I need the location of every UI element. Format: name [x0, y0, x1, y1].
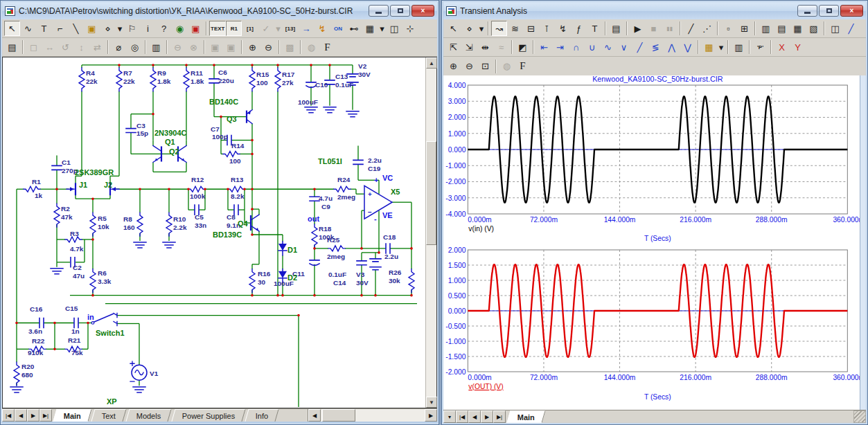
performance-tag-button[interactable]: 'P'	[752, 39, 768, 55]
tab-nav-prev-icon[interactable]: ◀	[468, 410, 481, 423]
run-button[interactable]: ▶	[630, 21, 646, 36]
go-to-wave-icon[interactable]: ∿	[600, 39, 616, 55]
tab-info[interactable]: Info	[245, 409, 280, 422]
scroll-down-icon[interactable]: ▼	[426, 397, 437, 408]
flag-mode-icon[interactable]: ⚐	[124, 21, 140, 36]
format-dropdown[interactable]: ▾	[717, 39, 725, 55]
measure-box-toggle[interactable]: ⊟	[523, 21, 539, 36]
tab-main[interactable]: Main	[53, 409, 91, 422]
condition-display-toggle[interactable]: ON	[330, 21, 346, 36]
tab-power-supplies[interactable]: Power Supplies	[171, 409, 246, 422]
zoom-out-button[interactable]: ⊖	[260, 39, 276, 55]
global-high-icon[interactable]: ⋀	[664, 39, 680, 55]
schematic-horizontal-scrollbar[interactable]: ◀▶	[308, 409, 437, 422]
scale-mode-toggle[interactable]: ↝	[491, 21, 507, 36]
scroll-right-icon[interactable]: ▶	[425, 409, 437, 422]
cursor-jump-left-icon[interactable]: ⇱	[445, 39, 461, 55]
no-float-icon[interactable]: ▣	[188, 21, 204, 36]
pattern-dots-sparse-toggle[interactable]: ▧	[806, 21, 822, 36]
component-picker-dropdown[interactable]: ▾	[116, 21, 124, 36]
pattern-dots-dense-toggle[interactable]: ▦	[790, 21, 806, 36]
restore-button[interactable]	[390, 5, 410, 17]
zoom-out-button[interactable]: ⊖	[461, 59, 477, 74]
graphics-dropdown[interactable]: ▾	[477, 21, 486, 36]
cursor-move-left-icon[interactable]: ⇤	[536, 39, 552, 55]
attribute-visibility-toggle[interactable]: R1	[226, 21, 242, 36]
tab-main[interactable]: Main	[506, 410, 545, 423]
power-display-toggle[interactable]: ↯	[314, 21, 330, 36]
help-mode-icon[interactable]: ?	[156, 21, 172, 36]
font-button[interactable]: F	[515, 59, 531, 74]
select-region-tool[interactable]: ▫	[720, 21, 736, 36]
ortho-wire-mode-icon[interactable]: ⌐	[52, 21, 68, 36]
graphics-picker-icon[interactable]: ⋄	[461, 21, 477, 36]
tab-nav-first-icon[interactable]: |◀	[2, 409, 15, 422]
polyline-tool[interactable]: ⋰	[699, 21, 715, 36]
scroll-up-icon[interactable]: ▲	[426, 57, 437, 69]
schematic-titlebar[interactable]: C:\MC9\DATA\Petrov\switching distortion\…	[2, 2, 437, 19]
line-mode-icon[interactable]: ╲	[68, 21, 84, 36]
line-tool[interactable]: ╱	[683, 21, 699, 36]
info-window-button[interactable]: ▥	[148, 39, 164, 55]
go-to-round-icon[interactable]: ≶	[648, 39, 664, 55]
cross-cursor-toggle[interactable]: ⊹	[402, 21, 418, 36]
tab-models[interactable]: Models	[126, 409, 172, 422]
scroll-left-icon[interactable]: ◀	[308, 409, 321, 422]
horizontal-scroll-track[interactable]	[321, 409, 425, 422]
web-doc-icon[interactable]: ◉	[172, 21, 188, 36]
zoom-region-button[interactable]: ⊡	[477, 59, 493, 74]
tab-nav-last-icon[interactable]: ▶|	[493, 410, 506, 423]
current-display-toggle[interactable]: →	[298, 21, 314, 36]
minimize-button[interactable]	[369, 5, 389, 17]
tab-nav-last-icon[interactable]: ▶|	[39, 409, 52, 422]
schematic-canvas[interactable]: +−R422kR722kR91.8kR111.8kC6220uR15100R17…	[2, 57, 437, 408]
schematic-vertical-scrollbar[interactable]: ▲ ▼	[425, 57, 436, 408]
select-tool[interactable]: ↖	[4, 21, 20, 36]
global-low-icon[interactable]: ⋁	[680, 39, 696, 55]
numeric-output-button[interactable]: ▥	[731, 39, 747, 55]
tag-formula-toggle[interactable]: ƒ	[571, 21, 587, 36]
node-voltages-toggle[interactable]: [13]	[282, 21, 298, 36]
go-to-inflection-icon[interactable]: ╱	[632, 39, 648, 55]
text-mode-icon[interactable]: T	[587, 21, 603, 36]
cursor-jump-right-icon[interactable]: ⇲	[461, 39, 477, 55]
cursor-mode-toggle[interactable]: ≋	[507, 21, 523, 36]
resize-grip[interactable]	[853, 410, 866, 423]
text-visibility-toggle[interactable]: TEXT	[209, 21, 226, 36]
node-numbers-toggle[interactable]: [1]	[242, 21, 258, 36]
grid-panel-tool[interactable]: ⊞	[736, 21, 752, 36]
cursor-move-right-icon[interactable]: ⇥	[552, 39, 568, 55]
axis-values-toggle[interactable]: ⊺	[539, 21, 555, 36]
grid-dropdown[interactable]: ▾	[378, 21, 386, 36]
close-button[interactable]: ×	[411, 5, 434, 17]
tab-nav-next-icon[interactable]: ▶	[27, 409, 39, 422]
component-icon[interactable]: ▣	[84, 21, 100, 36]
restore-button[interactable]	[819, 5, 839, 17]
split-plot-toggle[interactable]: ◫	[827, 21, 843, 36]
select-tool[interactable]: ↖	[445, 21, 461, 36]
zoom-in-button[interactable]: ⊕	[245, 39, 260, 55]
component-picker-icon[interactable]: ⋄	[100, 21, 116, 36]
tab-text[interactable]: Text	[91, 409, 126, 422]
info-mode-icon[interactable]: i	[140, 21, 156, 36]
transient-plot-area[interactable]: Kenwood_KA9100-SC_50Hz-burst.CIR4.0003.0…	[443, 75, 860, 410]
cursor-link-toggle[interactable]: ⇹	[477, 39, 493, 55]
pattern-horizontal-toggle[interactable]: ▤	[774, 21, 790, 36]
format-button[interactable]: ▦	[701, 39, 717, 55]
tab-nav-first-icon[interactable]: |◀	[456, 410, 468, 423]
analysis-titlebar[interactable]: Transient Analysis ×	[443, 2, 866, 19]
slope-tool[interactable]: ╱	[843, 21, 859, 36]
close-button[interactable]: ×	[840, 5, 863, 17]
repeat-find-button[interactable]: ◎	[127, 39, 143, 55]
grid-display-toggle[interactable]: ▦	[362, 21, 378, 36]
properties-button[interactable]: ▤	[4, 39, 20, 55]
page-border-toggle[interactable]: ◫	[386, 21, 402, 36]
pin-connection-toggle[interactable]: ⊷	[346, 21, 362, 36]
waveform-select-icon[interactable]: ◩	[515, 39, 531, 55]
properties-button[interactable]: ▤	[608, 21, 624, 36]
tab-nav-dropdown-icon[interactable]: ▾	[443, 410, 456, 423]
go-to-low-icon[interactable]: ∨	[616, 39, 632, 55]
tab-nav-next-icon[interactable]: ▶	[481, 410, 493, 423]
pattern-vertical-toggle[interactable]: ▥	[758, 21, 774, 36]
wire-mode-icon[interactable]: ∿	[20, 21, 36, 36]
